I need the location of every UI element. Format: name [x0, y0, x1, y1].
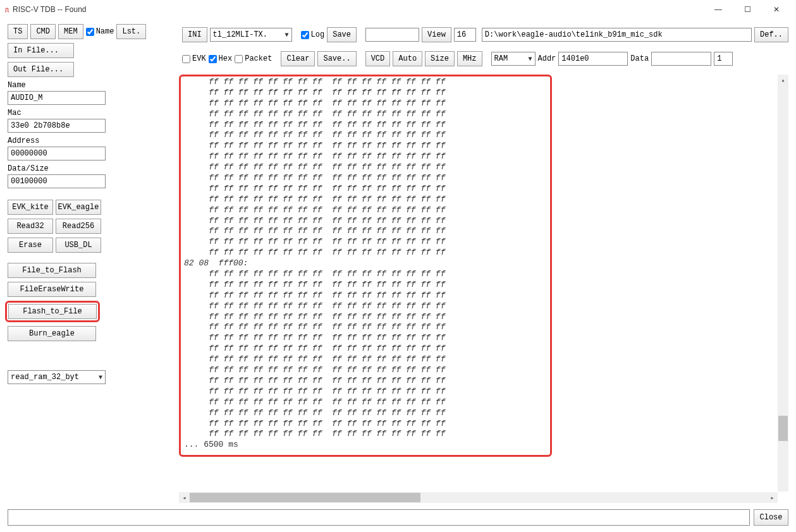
packet-checkbox[interactable]: Packet: [235, 54, 272, 63]
scroll-up-icon[interactable]: [778, 75, 788, 85]
view-value-input[interactable]: [454, 28, 476, 42]
def-button[interactable]: Def..: [754, 27, 788, 42]
ini-button[interactable]: INI: [182, 27, 207, 42]
scroll-left-icon[interactable]: ◂: [179, 492, 190, 503]
erase-button[interactable]: Erase: [8, 238, 53, 253]
log-checkbox[interactable]: Log: [301, 30, 325, 39]
name-checkbox[interactable]: Name: [86, 27, 114, 36]
maximize-button[interactable]: ☐: [733, 0, 762, 19]
read256-button[interactable]: Read256: [56, 219, 101, 234]
addr-label: Addr: [538, 54, 556, 63]
ts-button[interactable]: TS: [8, 24, 28, 39]
view-input-blank[interactable]: [365, 28, 419, 42]
chevron-down-icon: ▼: [529, 56, 532, 63]
read32-button[interactable]: Read32: [8, 219, 53, 234]
scroll-thumb-h[interactable]: [190, 493, 420, 502]
lst-button[interactable]: Lst.: [116, 24, 146, 39]
mem-button[interactable]: MEM: [58, 24, 83, 39]
cmd-button[interactable]: CMD: [30, 24, 56, 39]
close-window-button[interactable]: ✕: [762, 0, 791, 19]
auto-button[interactable]: Auto: [393, 51, 422, 66]
path-input[interactable]: [482, 28, 752, 42]
burn-eagle-button[interactable]: Burn_eagle: [8, 326, 96, 341]
data-size-label: Data/Size: [8, 164, 175, 173]
evk-checkbox[interactable]: EVK: [182, 54, 206, 63]
hex-view: ff ff ff ff ff ff ff ff ff ff ff ff ff f…: [179, 75, 788, 503]
flash-to-file-button[interactable]: Flash_to_File: [8, 304, 97, 319]
sidebar: TS CMD MEM Name Lst. In File... Out File…: [8, 24, 175, 503]
in-file-button[interactable]: In File...: [8, 43, 74, 58]
scroll-thumb-v[interactable]: [778, 416, 788, 441]
clear-button[interactable]: Clear: [281, 51, 315, 66]
command-input[interactable]: [8, 509, 750, 526]
titlebar: ⎍ RISC-V TDB -- Found — ☐ ✕: [0, 0, 796, 19]
addr-input[interactable]: [558, 52, 628, 66]
evk-eagle-button[interactable]: EVK_eagle: [56, 200, 101, 215]
vertical-scrollbar[interactable]: [778, 75, 788, 492]
hex-checkbox[interactable]: Hex: [209, 54, 233, 63]
address-label: Address: [8, 136, 175, 145]
vcd-button[interactable]: VCD: [365, 51, 391, 66]
minimize-button[interactable]: —: [704, 0, 733, 19]
mac-input[interactable]: [8, 119, 106, 133]
horizontal-scrollbar[interactable]: ◂ ▸: [179, 492, 778, 503]
file-to-flash-button[interactable]: File_to_Flash: [8, 263, 96, 278]
hex-content: ff ff ff ff ff ff ff ff ff ff ff ff ff f…: [179, 75, 788, 453]
mhz-button[interactable]: MHz: [457, 51, 482, 66]
app-icon: ⎍: [5, 6, 9, 13]
file-erase-write-button[interactable]: FileEraseWrite: [8, 282, 96, 297]
evk-kite-button[interactable]: EVK_kite: [8, 200, 53, 215]
bottom-bar: Close: [0, 505, 796, 532]
view-button[interactable]: View: [422, 27, 451, 42]
data-size-input[interactable]: [8, 174, 106, 188]
read-ram-select[interactable]: read_ram_32_byt ▼: [8, 370, 106, 384]
size-button[interactable]: Size: [425, 51, 455, 66]
data-label: Data: [630, 54, 649, 63]
out-file-button[interactable]: Out File...: [8, 62, 74, 77]
tl-select[interactable]: tl_12MLI-TX. ▼: [210, 28, 292, 42]
name-label: Name: [8, 81, 175, 90]
chevron-down-icon: ▼: [99, 374, 102, 381]
data-input[interactable]: [651, 52, 711, 66]
close-button[interactable]: Close: [754, 509, 788, 526]
main-area: INI tl_12MLI-TX. ▼ Log Save View Def..: [179, 24, 788, 503]
chevron-down-icon: ▼: [285, 32, 289, 39]
one-input[interactable]: [714, 52, 733, 66]
save2-button[interactable]: Save..: [317, 51, 356, 66]
window-title: RISC-V TDB -- Found: [13, 5, 86, 14]
name-input[interactable]: [8, 91, 106, 105]
usb-dl-button[interactable]: USB_DL: [56, 238, 101, 253]
ram-select[interactable]: RAM ▼: [491, 52, 536, 66]
mac-label: Mac: [8, 109, 175, 118]
scroll-right-icon[interactable]: ▸: [767, 492, 778, 503]
address-input[interactable]: [8, 147, 106, 160]
save-button[interactable]: Save: [327, 27, 357, 42]
